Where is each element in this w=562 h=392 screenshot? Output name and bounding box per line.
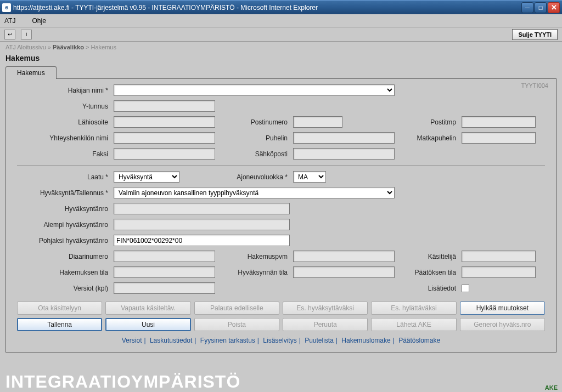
menu-ohje[interactable]: Ohje [32,17,46,25]
paatoksen-tila-input[interactable] [462,266,536,278]
window-buttons: ─ □ ✕ [521,2,560,13]
bottom-links: Versiot| Laskutustiedot| Fyysinen tarkas… [17,337,545,344]
es-hylattavaksi-button: Es. hylättäväksi [371,302,456,315]
tab-row: Hakemus [5,66,557,79]
link-laskutustiedot[interactable]: Laskutustiedot [150,337,192,344]
label-hakijan-nimi: Hakijan nimi * [17,87,110,94]
breadcrumb: ATJ Aloitussivu » Päävalikko > Hakemus [0,42,562,53]
label-postitmp: Postitmp [398,118,458,126]
tab-hakemus[interactable]: Hakemus [5,66,57,79]
uusi-button[interactable]: Uusi [105,318,190,331]
ajoneuvoluokka-select[interactable]: MA [293,171,326,183]
laatu-select[interactable]: Hyväksyntä [114,171,179,183]
sahkoposti-input[interactable] [293,148,395,160]
label-hakemuksen-tila: Hakemuksen tila [17,269,110,276]
versiot-kpl-input[interactable] [114,282,215,294]
ie-icon: e [2,3,11,12]
yhteyshenkilon-nimi-input[interactable] [114,132,215,144]
label-hyvaksynnan-tila: Hyväksynnän tila [218,269,290,276]
aiempi-hyvaksyntanro-input[interactable] [114,219,290,230]
breadcrumb-p1[interactable]: ATJ Aloitussivu [5,44,46,50]
postinumero-input[interactable] [293,116,342,128]
minimize-button[interactable]: ─ [521,2,533,13]
hyvaksynta-tallennus-select[interactable]: Valmiin ajoneuvon kansallinen tyyppihyvä… [114,187,395,198]
link-paatoslomake[interactable]: Päätöslomake [398,337,440,344]
window-titlebar: e https://atjtesti.ake.fi - TYYTI-järjes… [0,0,562,14]
form-panel: TYYTI004 Hakijan nimi * Y-tunnus Lähioso… [5,79,557,353]
label-diaarinumero: Diaarinumero [17,253,110,260]
label-kasittelija: Käsittelijä [398,253,458,260]
label-matkapuhelin: Matkapuhelin [398,134,458,142]
panel-code: TYYTI004 [521,82,548,89]
label-faksi: Faksi [17,150,110,158]
label-hakemuspvm: Hakemuspvm [218,253,290,260]
label-hyvaksynta-tallennus: Hyväksyntä/Tallennus * [17,189,110,197]
back-icon[interactable]: ↩ [4,30,15,39]
close-tyyti-button[interactable]: Sulje TYYTI [512,29,558,40]
hylkaa-muutokset-button[interactable]: Hylkää muutokset [460,302,545,315]
palauta-button: Palauta edelliselle [194,302,279,315]
link-fyysinen[interactable]: Fyysinen tarkastus [200,337,255,344]
maximize-button[interactable]: □ [535,2,547,13]
faksi-input[interactable] [114,148,215,160]
label-sahkoposti: Sähköposti [218,150,290,158]
label-y-tunnus: Y-tunnus [17,103,110,110]
page-title: Hakemus [0,53,562,66]
breadcrumb-p3: Hakemus [91,44,116,50]
laheta-ake-button: Lähetä AKE [371,318,456,331]
link-versiot[interactable]: Versiot [122,337,142,344]
label-postinumero: Postinumero [218,118,290,126]
label-hyvaksyntanro: Hyväksyntänro [17,205,110,213]
label-paatoksen-tila: Päätöksen tila [398,269,458,276]
hakijan-nimi-select[interactable] [114,84,395,96]
diaarinumero-input[interactable] [114,251,215,262]
label-puhelin: Puhelin [218,134,290,142]
label-laatu: Laatu * [17,173,110,181]
lisatiedot-checkbox[interactable] [462,285,469,292]
puhelin-input[interactable] [293,132,395,144]
footer-brand: INTEGRAATIOYMPÄRISTÖ [5,372,240,392]
close-button[interactable]: ✕ [548,2,560,13]
label-lahiosoite: Lähiosoite [17,118,110,126]
lahiosoite-input[interactable] [114,116,215,128]
menu-atj[interactable]: ATJ [4,17,15,25]
link-lisaselvitys[interactable]: Lisäselvitys [263,337,296,344]
label-versiot-kpl: Versiot (kpl) [17,285,110,292]
label-yhteyshenkilon-nimi: Yhteyshenkilön nimi [17,134,110,142]
ota-kasittelyyn-button: Ota käsittelyyn [17,302,102,315]
footer-right-logo: AKE [545,384,558,391]
vapauta-button: Vapauta käsiteltäv. [105,302,190,315]
hakemuspvm-input[interactable] [293,251,395,262]
kasittelija-input[interactable] [462,251,536,262]
hakemuksen-tila-input[interactable] [114,266,215,278]
breadcrumb-p2[interactable]: Päävalikko [53,44,84,50]
postitmp-input[interactable] [462,116,536,128]
label-ajoneuvoluokka: Ajoneuvoluokka * [218,173,290,181]
link-hakemuslomake[interactable]: Hakemuslomake [341,337,390,344]
label-lisatiedot: Lisätiedot [398,285,458,292]
tallenna-button[interactable]: Tallenna [17,318,102,331]
label-aiempi-hyvaksyntanro: Aiempi hyväksyntänro [17,221,110,229]
y-tunnus-input[interactable] [114,100,215,112]
matkapuhelin-input[interactable] [462,132,536,144]
label-pohjaksi-hyvaksyntanro: Pohjaksi hyväksyntänro [17,237,110,245]
hyvaksyntanro-input[interactable] [114,203,290,214]
poista-button: Poista [194,318,279,331]
window-title: https://atjtesti.ake.fi - TYYTI-järjeste… [13,4,521,12]
hyvaksynnan-tila-input[interactable] [293,266,395,278]
pohjaksi-hyvaksyntanro-input[interactable] [114,235,290,246]
link-puutelista[interactable]: Puutelista [305,337,334,344]
peruuta-button: Peruuta [283,318,368,331]
toolbar: ↩ i Sulje TYYTI [0,27,562,42]
generoi-button: Generoi hyväks.nro [460,318,545,331]
es-hyvaksyttavaksi-button: Es. hyväksyttäväksi [283,302,368,315]
menubar: ATJ Ohje [0,14,562,27]
info-icon[interactable]: i [21,30,32,39]
